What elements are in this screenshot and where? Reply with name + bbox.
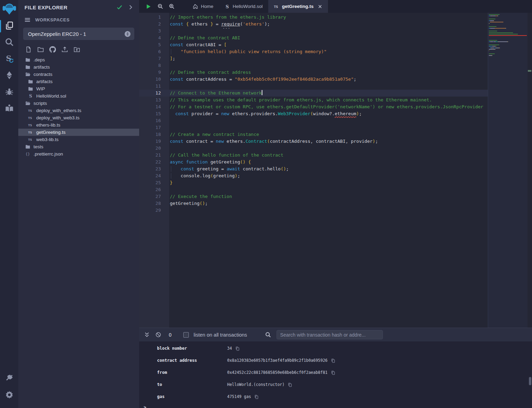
upload-folder-button[interactable] xyxy=(74,46,80,53)
publish-to-github-button[interactable] xyxy=(49,46,56,53)
expand-terminal-icon[interactable] xyxy=(144,332,150,338)
tab-home[interactable]: Home xyxy=(187,0,219,13)
activity-item-deploy-and-run[interactable] xyxy=(0,68,18,83)
minimap-line xyxy=(489,25,527,26)
line-number: 21 xyxy=(139,152,161,159)
activity-item-remix-logo[interactable] xyxy=(0,2,18,17)
code-line-3[interactable]: 3 xyxy=(139,28,488,34)
code-line-20[interactable]: 20 xyxy=(139,145,488,152)
accept-check-icon[interactable] xyxy=(116,4,123,10)
code-line-14[interactable]: 14// For a testnet or custom RPC, use et… xyxy=(139,103,488,110)
terminal-search-input[interactable] xyxy=(277,330,383,339)
line-number: 4 xyxy=(139,34,161,41)
tx-detail-label: contract address xyxy=(157,358,227,363)
run-script-button[interactable] xyxy=(145,0,152,13)
line-number: 28 xyxy=(139,200,161,207)
activity-item-search[interactable] xyxy=(0,35,18,50)
tree-item-helloworld-sol[interactable]: SHelloWorld.sol xyxy=(18,92,139,100)
code-line-2[interactable]: 2const { ethers } = require('ethers'); xyxy=(139,21,488,28)
file-explorer-icon xyxy=(5,21,14,31)
tree-item-ethers-lib-ts[interactable]: TSethers-lib.ts xyxy=(18,121,139,129)
activity-item-debugger[interactable] xyxy=(0,85,18,100)
code-line-8[interactable]: 8 xyxy=(139,62,488,69)
code-line-18[interactable]: 18// Create a new contract instance xyxy=(139,131,488,138)
workspace-selector[interactable]: OpenZeppelin ERC20 - 1 xyxy=(23,28,134,40)
code-line-13[interactable]: 13// This example uses the default provi… xyxy=(139,97,488,103)
tab-getgreeting-ts[interactable]: TSgetGreeting.ts xyxy=(268,0,328,13)
zoom-out-button[interactable] xyxy=(157,0,164,13)
copy-icon[interactable] xyxy=(331,370,336,375)
minimap[interactable] xyxy=(488,13,528,328)
tree-item-tests[interactable]: tests xyxy=(18,143,139,150)
line-number: 14 xyxy=(139,103,161,110)
upload-files-button[interactable] xyxy=(61,46,68,53)
tree-item-getgreeting-ts[interactable]: TSgetGreeting.ts xyxy=(18,129,139,136)
code-line-27[interactable]: 27// Execute the function xyxy=(139,193,488,200)
tree-item-wip[interactable]: WIP xyxy=(18,85,139,92)
code-line-10[interactable]: 10const contractAddress = "0xb54febb5c0c… xyxy=(139,76,488,83)
chevron-right-icon[interactable] xyxy=(127,4,134,10)
minimap-line xyxy=(489,38,527,39)
tree-item-prettierrc-json[interactable]: {}.prettierrc.json xyxy=(18,150,139,158)
code-line-22[interactable]: 22async function getGreeting() { xyxy=(139,159,488,166)
terminal-scrollbar-thumb[interactable] xyxy=(529,377,531,385)
code-line-23[interactable]: 23 const greeting = await contract.hello… xyxy=(139,166,488,172)
minimap-line xyxy=(489,34,527,34)
editor-tabs: HomeSHelloWorld.solTSgetGreeting.ts xyxy=(187,0,328,13)
create-new-folder-button[interactable] xyxy=(37,46,44,53)
code-line-1[interactable]: 1// Import ethers from the ethers.js lib… xyxy=(139,14,488,21)
code-line-7[interactable]: 7]; xyxy=(139,55,488,62)
tree-item-deploy-with-web3-ts[interactable]: TSdeploy_with_web3.ts xyxy=(18,114,139,121)
activity-item-plugin-manager[interactable] xyxy=(0,371,18,387)
zoom-in-button[interactable] xyxy=(168,0,175,13)
overview-ruler[interactable] xyxy=(528,13,532,328)
line-number: 16 xyxy=(139,117,161,124)
code-editor[interactable]: 1// Import ethers from the ethers.js lib… xyxy=(139,13,532,328)
code-line-15[interactable]: 15 const provider = new ethers.providers… xyxy=(139,110,488,117)
tree-item-label: contracts xyxy=(33,72,52,77)
code-line-12[interactable]: 12// Connect to the Ethereum network xyxy=(139,90,488,97)
activity-item-file-explorer[interactable] xyxy=(0,19,18,34)
tree-item-label: artifacts xyxy=(33,64,50,70)
tree-item-deploy-with-ethers-ts[interactable]: TSdeploy_with_ethers.ts xyxy=(18,107,139,114)
copy-icon[interactable] xyxy=(288,382,292,387)
activity-item-solidity-compiler[interactable]: S xyxy=(0,52,18,67)
code-line-5[interactable]: 5const contractABI = [ xyxy=(139,41,488,48)
create-new-file-button[interactable] xyxy=(25,46,32,53)
tree-item-scripts[interactable]: scripts xyxy=(18,100,139,107)
copy-icon[interactable] xyxy=(235,346,240,351)
line-content: getGreeting(); xyxy=(170,200,208,207)
code-line-6[interactable]: 6 "function hello() public view returns … xyxy=(139,48,488,55)
workspaces-row: WORKSPACES xyxy=(18,14,139,25)
workspaces-menu-icon[interactable] xyxy=(25,17,30,23)
tree-item-contracts[interactable]: contracts xyxy=(18,71,139,78)
code-line-19[interactable]: 19const contract = new ethers.Contract(c… xyxy=(139,138,488,145)
code-line-11[interactable]: 11 xyxy=(139,83,488,90)
activity-item-learneth[interactable] xyxy=(0,101,18,117)
code-line-28[interactable]: 28getGreeting(); xyxy=(139,200,488,207)
svg-text:S: S xyxy=(29,94,32,99)
tree-item-web3-lib-ts[interactable]: TSweb3-lib.ts xyxy=(18,136,139,143)
tab-helloworld-sol[interactable]: SHelloWorld.sol xyxy=(219,0,268,13)
tree-item-deps[interactable]: .deps xyxy=(18,56,139,63)
code-line-26[interactable]: 26 xyxy=(139,186,488,193)
close-tab-icon[interactable] xyxy=(318,4,322,9)
code-area[interactable]: 1// Import ethers from the ethers.js lib… xyxy=(139,13,488,328)
code-line-25[interactable]: 25} xyxy=(139,179,488,186)
terminal-prompt[interactable]: > xyxy=(139,402,532,408)
clear-console-icon[interactable] xyxy=(155,332,161,338)
code-line-17[interactable]: 17 xyxy=(139,124,488,131)
copy-icon[interactable] xyxy=(254,394,259,399)
code-line-29[interactable]: 29 xyxy=(139,207,488,214)
code-line-9[interactable]: 9// Define the contract address xyxy=(139,69,488,76)
tree-item-artifacts[interactable]: artifacts xyxy=(18,63,139,71)
code-line-24[interactable]: 24 console.log(greeting); xyxy=(139,172,488,179)
code-line-4[interactable]: 4// Define the contract ABI xyxy=(139,34,488,41)
code-line-21[interactable]: 21// Call the hello function of the cont… xyxy=(139,152,488,159)
tree-item-label: .deps xyxy=(33,57,45,62)
code-line-16[interactable]: 16 xyxy=(139,117,488,124)
tree-item-artifacts[interactable]: artifacts xyxy=(18,78,139,85)
activity-item-settings[interactable] xyxy=(0,388,18,403)
copy-icon[interactable] xyxy=(331,358,336,363)
listen-transactions-checkbox[interactable] xyxy=(183,332,189,338)
